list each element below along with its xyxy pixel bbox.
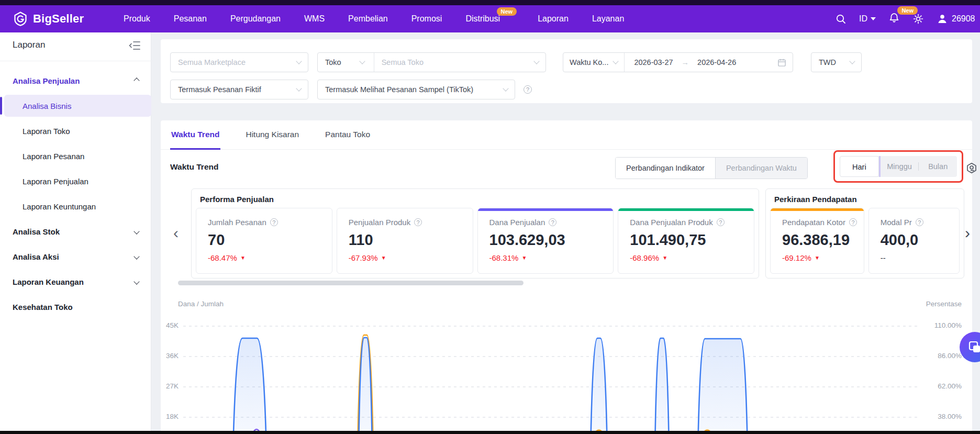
sidebar-item-label: Kesehatan Toko (13, 303, 73, 311)
metric-card-pendapatan-kotor: Pendapatan Kotor?96.386,19-69.12%▼ (770, 208, 864, 274)
bigseller-logo-icon (13, 11, 28, 27)
card-title: Dana Penjualan (489, 218, 545, 227)
bigseller-logo[interactable]: BigSeller (13, 5, 84, 32)
language-label: ID (859, 14, 867, 24)
sidebar-nav: Analisa PenjualanAnalisa BisnisLaporan T… (0, 68, 151, 319)
card-delta: -68.31%▼ (489, 253, 614, 262)
chevron-up-icon (133, 77, 139, 83)
active-item-bar (0, 97, 2, 115)
right-axis-tick: 38.00% (926, 413, 962, 420)
sidebar-item-label: Analisa Stok (13, 227, 60, 236)
top-black-strip (0, 0, 980, 5)
sidebar-item-laporan-keuntungan[interactable]: Laporan Keuntungan (0, 194, 151, 219)
carousel-right-icon[interactable]: › (965, 225, 970, 241)
toko-select-group[interactable]: Toko Semua Toko (317, 52, 546, 72)
toko-placeholder: Semua Toko (382, 58, 424, 66)
help-icon[interactable]: ? (717, 218, 725, 226)
sampel-select[interactable]: Termasuk Melihat Pesanan Sampel (TikTok) (317, 80, 515, 99)
nav-item-distribusi[interactable]: DistribusiNew (465, 14, 500, 24)
nav-item-laporan[interactable]: Laporan (538, 14, 569, 24)
filters-panel: Semua Marketplace Toko Semua Toko Waktu … (161, 39, 972, 103)
sidebar-collapse-icon[interactable] (129, 41, 140, 50)
notifications-bell[interactable]: New (888, 12, 900, 26)
language-dropdown[interactable]: ID (859, 14, 876, 24)
help-icon[interactable]: ? (849, 218, 857, 226)
trend-panel: Waktu TrendHitung KisaranPantau Toko Wak… (161, 120, 972, 434)
nav-item-pembelian[interactable]: Pembelian (348, 14, 388, 24)
sidebar-header: Laporan (0, 32, 151, 61)
perbandingan-waktu-button[interactable]: Perbandingan Waktu (715, 158, 807, 179)
sidebar-item-label: Analisa Penjualan (13, 76, 80, 85)
sidebar-item-analisa-stok[interactable]: Analisa Stok (0, 219, 151, 244)
nav-item-pesanan[interactable]: Pesanan (174, 14, 207, 24)
card-delta-value: -68.47% (208, 253, 237, 262)
user-id-label: 26908 (952, 14, 975, 24)
nav-item-produk[interactable]: Produk (124, 14, 150, 24)
perbandingan-indikator-button[interactable]: Perbandingan Indikator (616, 158, 715, 179)
comparison-toggle: Perbandingan IndikatorPerbandingan Waktu (615, 157, 808, 179)
card-title-row: Modal Pr? (881, 218, 959, 227)
navbar-right: ID New (835, 5, 975, 32)
tab-bar: Waktu TrendHitung KisaranPantau Toko (161, 120, 972, 150)
help-icon[interactable]: ? (916, 218, 923, 226)
nav-item-layanan[interactable]: Layanan (592, 14, 624, 24)
sidebar-item-label: Laporan Keuntungan (23, 202, 96, 211)
card-value: 96.386,19 (782, 231, 864, 249)
fiktif-select[interactable]: Termasuk Pesanan Fiktif (170, 80, 308, 99)
sidebar-item-label: Analisa Bisnis (23, 102, 71, 110)
chevron-down-icon (296, 85, 302, 91)
tab-hitung-kisaran[interactable]: Hitung Kisaran (244, 120, 300, 148)
card-title: Pendapatan Kotor (782, 218, 845, 227)
arrow-down-icon: ▼ (240, 255, 246, 261)
horizontal-scrollbar[interactable] (178, 281, 524, 285)
brand-name: BigSeller (33, 12, 84, 26)
date-start-value[interactable]: 2026-03-27 (634, 58, 673, 66)
help-icon[interactable]: ? (524, 85, 532, 94)
sidebar-title: Laporan (13, 40, 45, 50)
date-end-value[interactable]: 2026-04-26 (697, 58, 736, 66)
divider (0, 61, 151, 61)
date-range-control[interactable]: Waktu Ko... 2026-03-27 → 2026-04-26 (563, 52, 793, 72)
sidebar-item-laporan-penjualan[interactable]: Laporan Penjualan (0, 169, 151, 194)
card-delta-value: -68.31% (489, 253, 519, 262)
left-axis-tick: 36K (161, 352, 179, 360)
metric-cards-row: Jumlah Pesanan?70-68.47%▼Penjualan Produ… (192, 208, 759, 278)
search-icon[interactable] (835, 13, 847, 25)
metric-card-jumlah-pesanan: Jumlah Pesanan?70-68.47%▼ (196, 208, 332, 274)
new-badge: New (497, 7, 517, 16)
help-icon[interactable]: ? (549, 218, 556, 226)
carousel-left-icon[interactable]: ‹ (173, 225, 179, 241)
main-menu: ProdukPesananPergudanganWMSPembelianProm… (124, 5, 648, 32)
sidebar-item-laporan-pesanan[interactable]: Laporan Pesanan (0, 143, 151, 169)
left-axis-tick: 45K (161, 321, 179, 329)
chevron-down-icon (133, 228, 139, 234)
gear-icon[interactable] (912, 13, 924, 25)
nav-item-wms[interactable]: WMS (304, 14, 325, 24)
card-value: 110 (349, 231, 473, 249)
sidebar-item-analisa-penjualan[interactable]: Analisa Penjualan (0, 68, 151, 93)
toko-label: Toko (325, 58, 341, 66)
currency-select[interactable]: TWD (811, 52, 862, 72)
tab-pantau-toko[interactable]: Pantau Toko (324, 120, 371, 148)
sidebar-item-analisa-bisnis[interactable]: Analisa Bisnis (0, 93, 151, 118)
chat-icon (968, 340, 980, 354)
user-account[interactable]: 26908 (937, 13, 975, 25)
sidebar-item-kesehatan-toko[interactable]: Kesehatan Toko (0, 294, 151, 319)
nav-item-promosi[interactable]: Promosi (411, 14, 442, 24)
help-icon[interactable]: ? (270, 218, 278, 226)
marketplace-select[interactable]: Semua Marketplace (170, 52, 308, 72)
help-icon[interactable]: ? (414, 218, 422, 226)
card-title: Jumlah Pesanan (208, 218, 266, 227)
nav-item-pergudangan[interactable]: Pergudangan (230, 14, 281, 24)
sidebar-item-laporan-toko[interactable]: Laporan Toko (0, 118, 151, 143)
chevron-down-icon (849, 58, 855, 64)
period-highlight-box (833, 150, 963, 183)
sidebar-item-label: Laporan Toko (23, 127, 70, 136)
chart-config-icon[interactable] (966, 162, 977, 174)
tab-waktu-trend[interactable]: Waktu Trend (170, 120, 220, 150)
metric-card-dana-penjualan: Dana Penjualan?103.629,03-68.31%▼ (477, 208, 614, 274)
sidebar-item-analisa-aksi[interactable]: Analisa Aksi (0, 244, 151, 269)
user-icon (937, 13, 948, 25)
sidebar-item-laporan-keuangan[interactable]: Laporan Keuangan (0, 269, 151, 294)
right-axis-tick: 62.00% (926, 382, 962, 390)
